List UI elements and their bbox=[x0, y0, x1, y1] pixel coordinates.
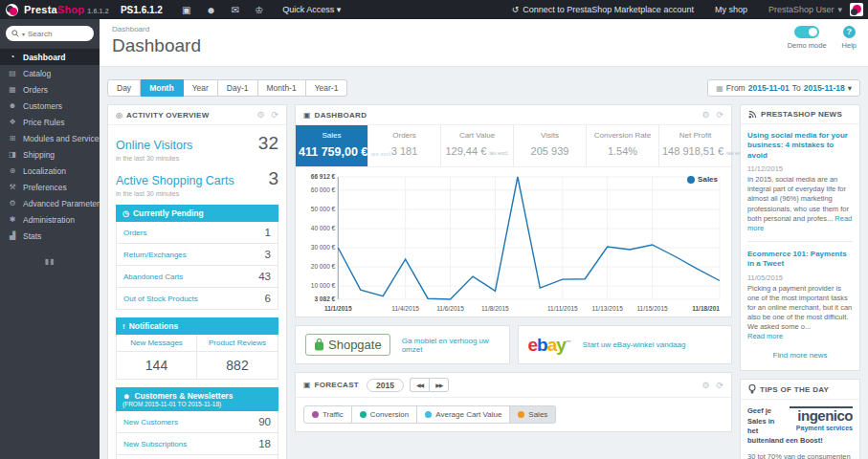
svg-text:11/18/201: 11/18/201 bbox=[692, 305, 720, 312]
shopgate-logo: Shopgate bbox=[305, 334, 390, 356]
sidebar-item-preferences[interactable]: ⚒Preferences bbox=[0, 179, 100, 195]
shop-name[interactable]: PS1.6.1.2 bbox=[121, 5, 163, 15]
user-avatar[interactable] bbox=[850, 3, 863, 16]
catalog-icon: ▤ bbox=[5, 69, 20, 77]
shopgate-ad-link[interactable]: Ga mobiel en verhoog uw omzet bbox=[402, 337, 500, 354]
breadcrumb[interactable]: Dashboard bbox=[112, 25, 149, 33]
administration-icon: ✱ bbox=[5, 215, 20, 224]
refresh-icon[interactable]: ⟳ bbox=[716, 381, 723, 390]
customers-newsletters-header: ☻Customers & Newsletters (FROM 2015-11-0… bbox=[116, 387, 278, 411]
forecast-metric-average-cart-value[interactable]: Average Cart Value bbox=[417, 405, 510, 424]
gear-icon[interactable]: ⚙ bbox=[701, 381, 709, 390]
gear-icon[interactable]: ⚙ bbox=[701, 110, 709, 120]
new-subscriptions-row[interactable]: New Subscriptions18 bbox=[117, 433, 278, 455]
refresh-icon[interactable]: ⟳ bbox=[271, 110, 278, 120]
demo-mode-label: Demo mode bbox=[788, 41, 827, 50]
refresh-icon[interactable]: ⟳ bbox=[716, 110, 723, 120]
svg-text:20 000 €: 20 000 € bbox=[311, 263, 336, 270]
pending-row-orders[interactable]: Orders1 bbox=[117, 222, 278, 244]
svg-text:40 000 €: 40 000 € bbox=[311, 225, 336, 231]
active-carts-link[interactable]: Active Shopping Carts bbox=[116, 174, 234, 187]
messages-notifications-icon[interactable]: ✉ bbox=[232, 5, 239, 15]
help-label: Help bbox=[842, 41, 857, 50]
news-article-title[interactable]: Ecommerce 101: Payments in a Tweet bbox=[747, 250, 853, 270]
svg-text:11/4/2015: 11/4/2015 bbox=[391, 305, 419, 312]
kpi-sales[interactable]: Sales411 759,00 € tax excl. bbox=[296, 125, 368, 166]
pending-row-returns[interactable]: Return/Exchanges3 bbox=[117, 244, 278, 266]
forecast-metric-traffic[interactable]: Traffic bbox=[303, 405, 352, 424]
kpi-cart-value[interactable]: Cart Value129,44 € tax excl. bbox=[441, 125, 514, 166]
active-carts-metric: Active Shopping Carts3 bbox=[116, 168, 278, 189]
sidebar-item-customers[interactable]: ☻Customers bbox=[0, 98, 100, 114]
sidebar-item-dashboard[interactable]: ◔Dashboard bbox=[0, 49, 100, 65]
kpi-net-profit[interactable]: Net Profit148 918,51 € tax excl. bbox=[659, 125, 731, 166]
online-visitors-value: 32 bbox=[258, 133, 278, 154]
new-messages-link[interactable]: New Messages bbox=[117, 335, 197, 352]
panel-title: ACTIVITY OVERVIEW bbox=[126, 111, 210, 120]
date-range-button[interactable]: ▦ From2015-11-01 To2015-11-18 ▾ bbox=[707, 79, 860, 97]
sidebar-item-catalog[interactable]: ▤Catalog bbox=[0, 65, 100, 81]
sidebar-item-shipping[interactable]: ◨Shipping bbox=[0, 146, 100, 163]
customers-notifications-icon[interactable]: ☻ bbox=[206, 5, 216, 15]
sidebar-item-modules[interactable]: ⊞Modules and Services bbox=[0, 130, 100, 146]
chevron-down-icon[interactable]: ▾ bbox=[22, 31, 25, 37]
read-more-link[interactable]: Read more bbox=[747, 332, 783, 340]
tab-day[interactable]: Day bbox=[107, 79, 141, 97]
kpi-visits[interactable]: Visits205 939 bbox=[514, 125, 587, 166]
product-reviews-link[interactable]: Product Reviews bbox=[197, 335, 278, 352]
page-title: Dashboard bbox=[112, 35, 201, 56]
chart-legend[interactable]: Sales bbox=[687, 175, 718, 184]
cart-icon: ▣ bbox=[303, 111, 311, 120]
sidebar-item-orders[interactable]: ▦Orders bbox=[0, 81, 100, 98]
total-subscribers-row[interactable]: Total Subscribers1308 bbox=[117, 455, 278, 459]
sidebar-item-localization[interactable]: ⊕Localization bbox=[0, 163, 100, 179]
find-more-news-link[interactable]: Find more news bbox=[747, 351, 853, 360]
kpi-orders[interactable]: Orders3 181 bbox=[368, 125, 441, 166]
demo-mode-toggle[interactable] bbox=[794, 26, 819, 38]
marketplace-connect-link[interactable]: ↺Connect to PrestaShop Marketplace accou… bbox=[512, 5, 694, 14]
news-article-excerpt: Picking a payment provider is one of the… bbox=[747, 284, 853, 342]
kpi-conversion-rate[interactable]: Conversion Rate1.54% bbox=[587, 125, 659, 166]
news-article-title[interactable]: Using social media for your business: 4 … bbox=[747, 131, 853, 161]
tab-day-1[interactable]: Day-1 bbox=[218, 79, 258, 97]
collapse-menu-button[interactable]: ▮▮ bbox=[0, 257, 100, 266]
sidebar-item-administration[interactable]: ✱Administration bbox=[0, 211, 100, 228]
help-icon[interactable]: ? bbox=[843, 26, 856, 38]
active-carts-subtitle: in the last 30 minutes bbox=[116, 190, 278, 197]
orders-notifications-icon[interactable]: ▣ bbox=[182, 5, 190, 15]
my-shop-link[interactable]: My shop bbox=[715, 5, 747, 14]
sales-dot bbox=[518, 411, 524, 418]
ebay-ad-link[interactable]: Start uw eBay-winkel vandaag bbox=[583, 340, 686, 349]
next-year-button[interactable]: ▶▶ bbox=[429, 378, 449, 392]
main-content: Dashboard Dashboard Demo mode ? Help Day… bbox=[100, 19, 868, 459]
badges-icon[interactable]: ♔ bbox=[255, 5, 263, 15]
panel-title: FORECAST bbox=[315, 381, 359, 389]
panel-title: DASHBOARD bbox=[315, 111, 367, 120]
user-menu[interactable]: PrestaShop User ▾ bbox=[768, 5, 842, 14]
search-input[interactable] bbox=[28, 30, 80, 38]
pending-row-abandoned-carts[interactable]: Abandoned Carts43 bbox=[117, 266, 278, 288]
sidebar-search[interactable]: ▾ bbox=[6, 26, 94, 41]
brand-shop: Shop bbox=[57, 4, 84, 15]
pending-row-out-of-stock[interactable]: Out of Stock Products6 bbox=[117, 288, 278, 309]
previous-year-button[interactable]: ◀◀ bbox=[410, 378, 429, 392]
sidebar-item-price-rules[interactable]: ❖Price Rules bbox=[0, 114, 100, 130]
sidebar-item-stats[interactable]: ▟Stats bbox=[0, 228, 100, 244]
activity-overview-panel: ◎ ACTIVITY OVERVIEW ⚙⟳ Online Visitors32… bbox=[107, 104, 287, 459]
online-visitors-link[interactable]: Online Visitors bbox=[116, 139, 192, 152]
quick-access-menu[interactable]: Quick Access ▾ bbox=[282, 5, 341, 14]
period-toolbar: Day Month Year Day-1 Month-1 Year-1 ▦ Fr… bbox=[100, 67, 868, 97]
new-customers-row[interactable]: New Customers90 bbox=[117, 411, 278, 433]
tab-year-1[interactable]: Year-1 bbox=[306, 79, 348, 97]
svg-text:11/11/2015: 11/11/2015 bbox=[547, 305, 578, 312]
tab-year[interactable]: Year bbox=[184, 79, 218, 97]
forecast-metric-sales[interactable]: Sales bbox=[510, 405, 556, 424]
svg-text:11/6/2015: 11/6/2015 bbox=[436, 305, 464, 312]
average-cart-value-dot bbox=[425, 411, 432, 418]
gear-icon[interactable]: ⚙ bbox=[256, 110, 264, 120]
svg-text:11/1/2015: 11/1/2015 bbox=[324, 305, 352, 312]
sidebar-item-advanced-parameters[interactable]: ⚙Advanced Parameters bbox=[0, 195, 100, 211]
tab-month[interactable]: Month bbox=[141, 79, 184, 97]
forecast-metric-conversion[interactable]: Conversion bbox=[352, 405, 417, 424]
tab-month-1[interactable]: Month-1 bbox=[258, 79, 306, 97]
